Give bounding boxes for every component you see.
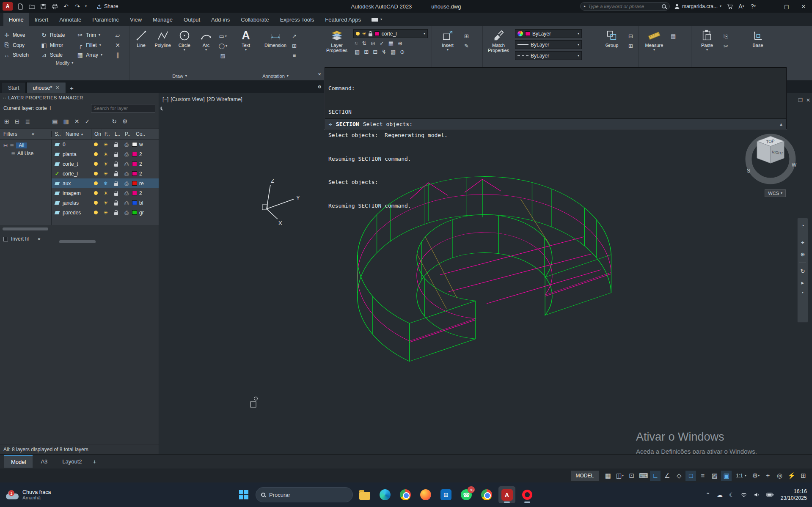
draw-order-button[interactable]: ▱ xyxy=(114,32,127,38)
dynamic-input-icon[interactable]: ⌨ xyxy=(638,471,649,481)
arc-button[interactable]: Arc▾ xyxy=(197,27,215,71)
tab-home[interactable]: Home xyxy=(3,13,29,26)
layout-tab-model[interactable]: Model xyxy=(4,455,33,468)
volume-icon[interactable] xyxy=(754,492,760,498)
tab-addins[interactable]: Add-ins xyxy=(206,13,235,26)
layer-freeze-icon[interactable]: ☀ xyxy=(101,200,111,206)
viewport-visual-style-control[interactable]: [2D Wireframe] xyxy=(207,96,242,102)
file-tab-start[interactable]: Start xyxy=(2,82,25,93)
tab-parametric[interactable]: Parametric xyxy=(87,13,124,26)
annotation-scale-button[interactable]: 1:1▾ xyxy=(733,473,749,479)
grid-display-icon[interactable]: ▦ xyxy=(603,471,613,481)
new-property-filter-icon[interactable]: ⊞ xyxy=(4,118,9,125)
explode-button[interactable]: ✕ xyxy=(114,41,127,49)
help-icon[interactable]: ?▾ xyxy=(749,3,757,10)
minimize-button[interactable]: – xyxy=(761,0,778,13)
text-button[interactable]: A Text▾ xyxy=(233,27,259,71)
customize-command-window-icon[interactable]: ⚙ xyxy=(318,84,321,90)
navbar-caret-icon[interactable]: ▾ xyxy=(802,291,804,294)
layer-lock-icon[interactable] xyxy=(111,181,121,186)
showmotion-icon[interactable]: ▸ xyxy=(801,280,804,286)
layer-on-icon[interactable] xyxy=(91,191,101,195)
whatsapp-button[interactable]: ☎76 xyxy=(458,486,475,503)
tab-manage[interactable]: Manage xyxy=(147,13,178,26)
redo-icon[interactable]: ↷ xyxy=(74,3,81,10)
edit-block-tool-icon[interactable]: ✎ xyxy=(464,43,469,49)
move-button[interactable]: ✛Move xyxy=(3,32,35,38)
wifi-icon[interactable] xyxy=(740,492,747,498)
layer-lock-icon[interactable] xyxy=(111,152,121,157)
scale-button[interactable]: ⊿Scale xyxy=(41,52,71,58)
autocomplete-toggle-icon[interactable]: ▲ xyxy=(780,122,782,126)
line-button[interactable]: Line xyxy=(132,27,150,71)
measure-button[interactable]: Measure▾ xyxy=(641,27,667,71)
layer-on-icon[interactable] xyxy=(91,152,101,156)
layer-plot-icon[interactable]: ⎙ xyxy=(121,210,132,216)
collapse-invert-icon[interactable]: « xyxy=(38,236,41,242)
ellipse-tool-icon[interactable]: ◯▾ xyxy=(218,43,227,49)
new-layer-icon[interactable]: ▤ xyxy=(52,118,58,125)
quick-calc-tool-icon[interactable]: ▦ xyxy=(671,33,676,39)
palette-title-bar[interactable]: ∷ LAYER PROPERTIES MANAGER xyxy=(0,93,159,102)
tab-collaborate[interactable]: Collaborate xyxy=(235,13,275,26)
firefox-button[interactable] xyxy=(417,486,434,503)
table-tool-icon[interactable]: ⊞ xyxy=(292,43,297,49)
layer-on-icon[interactable] xyxy=(91,201,101,205)
open-folder-icon[interactable] xyxy=(28,3,36,10)
layer-freeze-icon[interactable]: ☀ xyxy=(101,190,111,196)
set-current-layer-icon[interactable]: ✓ xyxy=(85,118,90,125)
dimension-button[interactable]: Dimension xyxy=(262,27,289,71)
layer-on-icon[interactable] xyxy=(91,181,101,185)
linetype-dropdown[interactable]: ByLayer ▾ xyxy=(515,51,582,60)
layer-freeze-icon[interactable]: ☀ xyxy=(101,210,111,216)
layer-lock-icon[interactable] xyxy=(111,210,121,215)
new-file-icon[interactable] xyxy=(17,3,24,10)
layer-plot-icon[interactable]: ⎙ xyxy=(121,181,132,186)
file-explorer-button[interactable] xyxy=(356,486,373,503)
layer-color-cell[interactable]: w xyxy=(132,142,143,148)
layer-plot-icon[interactable]: ⎙ xyxy=(121,190,132,196)
layer-freeze-icon[interactable]: ☀ xyxy=(101,151,111,157)
column-name[interactable]: Name▲ xyxy=(63,129,91,139)
rotate-button[interactable]: ↻Rotate xyxy=(41,32,71,38)
palette-grip-icon[interactable]: ∷ xyxy=(3,96,5,100)
copy-clip-tool-icon[interactable]: ⎘ xyxy=(724,33,728,40)
leader-tool-icon[interactable]: ↗ xyxy=(292,33,297,39)
fillet-button[interactable]: ╭Fillet▾ xyxy=(77,41,109,49)
layer-prev-tool-icon[interactable]: ↯ xyxy=(382,49,386,55)
workspace-switching-icon[interactable]: ⚙▾ xyxy=(751,471,761,481)
palette-settings-icon[interactable]: ⚙ xyxy=(122,118,128,125)
delete-layer-icon[interactable]: ✕ xyxy=(74,118,80,125)
layer-freeze-tool-icon[interactable]: ⊘ xyxy=(371,40,375,47)
layer-on-icon[interactable] xyxy=(91,162,101,166)
invert-filter-checkbox[interactable] xyxy=(3,237,8,241)
panel-label-annotation[interactable]: Annotation▾ xyxy=(230,71,321,80)
tab-output[interactable]: Output xyxy=(178,13,206,26)
undo-icon[interactable]: ↶ xyxy=(62,3,70,10)
base-button[interactable]: Base xyxy=(745,27,771,71)
layer-color-cell[interactable]: 2 xyxy=(132,151,142,157)
column-on[interactable]: On xyxy=(91,129,102,139)
layer-on-icon[interactable] xyxy=(91,143,101,146)
layer-dropdown[interactable]: ☀ corte_l ▾ xyxy=(353,29,428,38)
infer-constraints-icon[interactable]: ⊡ xyxy=(626,471,637,481)
layer-row[interactable]: planta ☀ ⎙ 2 xyxy=(52,149,159,159)
pan-icon[interactable]: ⌖ xyxy=(801,239,804,246)
viewport-minus-control[interactable]: [−] xyxy=(162,96,168,102)
new-drawing-tab-button[interactable]: + xyxy=(67,83,77,93)
layer-color-cell[interactable]: 2 xyxy=(132,190,142,196)
layer-color-cell[interactable]: re xyxy=(132,181,144,186)
layer-state-tool-icon[interactable]: ▧ xyxy=(355,49,360,55)
refresh-icon[interactable]: ↻ xyxy=(112,118,117,125)
column-status[interactable]: S.. xyxy=(52,129,63,139)
chrome-profile-button[interactable] xyxy=(478,486,495,503)
close-button[interactable]: ✕ xyxy=(795,0,812,13)
layer-on-icon[interactable] xyxy=(91,211,101,214)
viewcube-west-label[interactable]: W xyxy=(792,162,797,168)
viewport-view-control[interactable]: [Custom View] xyxy=(171,96,204,102)
object-color-dropdown[interactable]: ByLayer ▾ xyxy=(515,29,582,38)
trim-button[interactable]: ✂Trim▾ xyxy=(77,32,109,38)
array-button[interactable]: ▦Array▾ xyxy=(77,52,109,58)
paste-button[interactable]: Paste▾ xyxy=(694,27,720,71)
taskbar-search[interactable]: Procurar xyxy=(256,487,353,502)
